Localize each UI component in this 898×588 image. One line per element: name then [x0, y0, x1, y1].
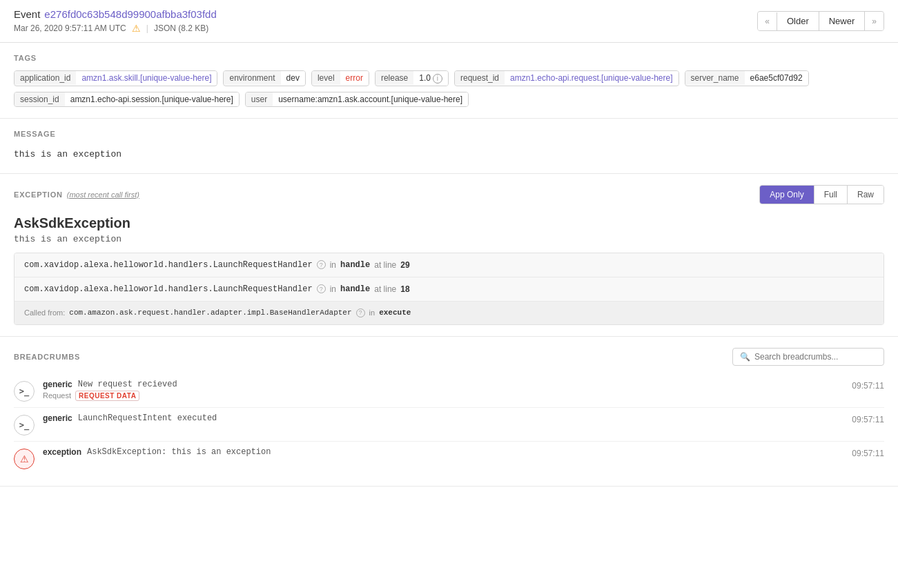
tag-key: request_id [455, 71, 505, 85]
message-title: MESSAGE [14, 130, 884, 138]
tag-value: amzn1.echo-api.request.[unique-value-her… [505, 71, 678, 85]
view-toggle-button[interactable]: App Only [760, 186, 814, 204]
exception-label: EXCEPTION [14, 190, 63, 199]
event-timestamp: Mar 26, 2020 9:57:11 AM UTC [14, 23, 126, 33]
frame-class: com.amazon.ask.request.handler.adapter.i… [69, 308, 351, 317]
view-toggle: App OnlyFullRaw [759, 185, 884, 204]
event-info: Event e276fd0c63b548d99900afbba3f03fdd M… [14, 8, 217, 34]
event-header: Event e276fd0c63b548d99900afbba3f03fdd M… [0, 0, 898, 43]
breadcrumb-search-input[interactable] [754, 352, 877, 362]
crumb-top-row: exceptionAskSdkException: this is an exc… [43, 447, 843, 457]
frame-class: com.xavidop.alexa.helloworld.handlers.La… [24, 260, 313, 270]
event-id: e276fd0c63b548d99900afbba3f03fdd [44, 8, 216, 20]
stack-frame: com.xavidop.alexa.helloworld.handlers.La… [14, 277, 884, 302]
exception-header-row: EXCEPTION (most recent call first) App O… [14, 185, 884, 204]
error-crumb-icon: ⚠ [14, 449, 35, 469]
exception-prefix: AskSdkException: [87, 447, 171, 457]
newer-button[interactable]: Newer [819, 12, 866, 30]
tag-value: dev [281, 71, 305, 85]
breadcrumb-item: >_genericLaunchRequestIntent executed09:… [14, 408, 884, 442]
crumb-body: exceptionAskSdkException: this is an exc… [43, 447, 843, 457]
exception-title-row: EXCEPTION (most recent call first) [14, 190, 139, 199]
search-icon: 🔍 [740, 352, 750, 362]
tags-title: TAGS [14, 54, 884, 62]
tag-item: session_idamzn1.echo-api.session.[unique… [14, 92, 240, 107]
info-icon[interactable]: i [433, 74, 442, 84]
crumb-sub-row: RequestREQUEST DATA [43, 391, 843, 401]
tag-item: userusername:amzn1.ask.account.[unique-v… [245, 92, 469, 107]
stack-frame: com.xavidop.alexa.helloworld.handlers.La… [14, 253, 884, 277]
view-toggle-button[interactable]: Raw [848, 186, 884, 204]
breadcrumbs-section: BREADCRUMBS 🔍 >_genericNew request recie… [0, 337, 898, 487]
frame-line: 29 [400, 260, 409, 270]
next-arrow-button[interactable]: » [865, 12, 884, 30]
subtitle-underline: (most recent call first) [67, 190, 139, 199]
question-icon[interactable]: ? [356, 308, 365, 317]
tags-section: TAGS application_idamzn1.ask.skill.[uniq… [0, 43, 898, 119]
frame-at: at line [374, 284, 396, 294]
tag-key: release [375, 71, 413, 85]
frame-in: in [369, 308, 375, 317]
event-meta-row: Mar 26, 2020 9:57:11 AM UTC ⚠ | JSON (8.… [14, 23, 217, 34]
tag-value: amzn1.echo-api.session.[unique-value-her… [65, 92, 239, 106]
breadcrumbs-header-row: BREADCRUMBS 🔍 [14, 348, 884, 366]
exception-section: EXCEPTION (most recent call first) App O… [0, 174, 898, 337]
crumb-message: New request recieved [78, 380, 177, 389]
terminal-crumb-icon: >_ [14, 381, 35, 402]
exception-name: AskSdkException [14, 215, 884, 231]
crumb-time: 09:57:11 [852, 413, 884, 424]
terminal-crumb-icon: >_ [14, 415, 35, 435]
stack-trace: com.xavidop.alexa.helloworld.handlers.La… [14, 253, 884, 325]
tag-key: application_id [14, 71, 76, 85]
crumb-time: 09:57:11 [852, 380, 884, 391]
tag-value: 1.0i [413, 71, 448, 86]
tag-item: request_idamzn1.echo-api.request.[unique… [454, 70, 679, 86]
tag-value: amzn1.ask.skill.[unique-value-here] [76, 71, 217, 85]
sub-label: Request [43, 391, 71, 400]
older-button[interactable]: Older [777, 12, 819, 30]
tag-item: application_idamzn1.ask.skill.[unique-va… [14, 70, 217, 86]
crumb-message: LaunchRequestIntent executed [78, 413, 217, 423]
exception-message: this is an exception [14, 234, 884, 244]
question-icon[interactable]: ? [317, 260, 326, 269]
tags-list: application_idamzn1.ask.skill.[unique-va… [14, 70, 884, 107]
frame-in: in [330, 260, 336, 270]
frame-line: 18 [400, 284, 409, 294]
stack-frame: Called from: com.amazon.ask.request.hand… [14, 302, 884, 324]
breadcrumb-item: ⚠exceptionAskSdkException: this is an ex… [14, 442, 884, 475]
breadcrumbs-title: BREADCRUMBS [14, 353, 80, 361]
crumb-category: generic [43, 380, 72, 389]
event-title-row: Event e276fd0c63b548d99900afbba3f03fdd [14, 8, 217, 20]
called-from-label: Called from: [24, 308, 65, 317]
tag-key: level [312, 71, 340, 85]
frame-class: com.xavidop.alexa.helloworld.handlers.La… [24, 284, 313, 294]
breadcrumb-list: >_genericNew request recievedRequestREQU… [14, 374, 884, 475]
question-icon[interactable]: ? [317, 284, 326, 293]
crumb-body: genericNew request recievedRequestREQUES… [43, 380, 843, 401]
event-label: Event [14, 8, 40, 20]
frame-in: in [330, 284, 336, 294]
message-text: this is an exception [14, 146, 884, 162]
tag-item: environmentdev [223, 70, 305, 86]
tag-value: username:amzn1.ask.account.[unique-value… [273, 92, 468, 106]
tag-value: error [340, 71, 369, 85]
frame-method: handle [340, 284, 370, 294]
tag-key: session_id [14, 92, 65, 106]
tag-item: release1.0i [375, 70, 449, 86]
crumb-message: AskSdkException: this is an exception [87, 447, 271, 457]
frame-method: handle [340, 260, 370, 270]
view-toggle-button[interactable]: Full [814, 186, 848, 204]
crumb-category: exception [43, 447, 81, 457]
crumb-category: generic [43, 413, 72, 423]
frame-method: execute [379, 308, 411, 317]
tag-key: environment [224, 71, 280, 85]
breadcrumb-search-box[interactable]: 🔍 [732, 348, 884, 366]
tag-item: levelerror [311, 70, 369, 86]
warning-icon: ⚠ [132, 23, 141, 34]
crumb-top-row: genericLaunchRequestIntent executed [43, 413, 843, 423]
sub-value: REQUEST DATA [75, 391, 139, 401]
exception-body: this is an exception [171, 447, 271, 457]
crumb-body: genericLaunchRequestIntent executed [43, 413, 843, 423]
divider: | [146, 23, 148, 33]
prev-arrow-button[interactable]: « [758, 12, 777, 30]
